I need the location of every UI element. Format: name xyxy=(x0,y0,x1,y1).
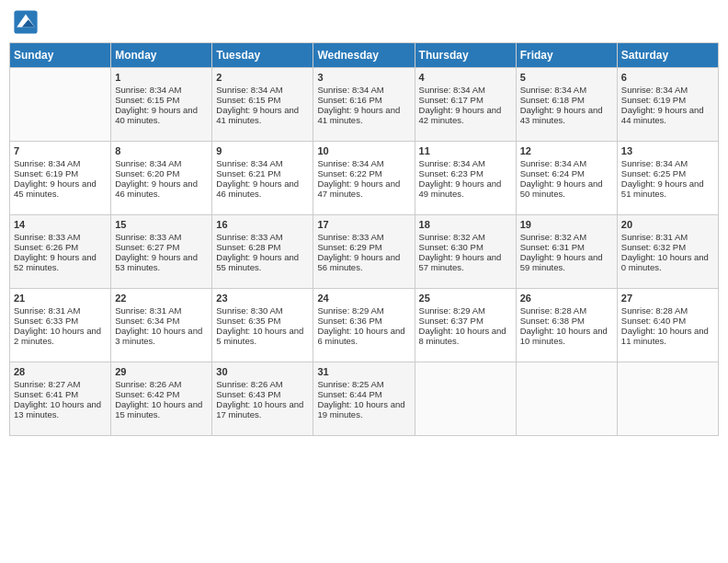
daylight-text: Daylight: 9 hours and 42 minutes. xyxy=(419,105,512,125)
calendar-cell: 15Sunrise: 8:33 AMSunset: 6:27 PMDayligh… xyxy=(111,215,212,289)
daylight-text: Daylight: 9 hours and 59 minutes. xyxy=(520,252,613,272)
calendar-cell: 11Sunrise: 8:34 AMSunset: 6:23 PMDayligh… xyxy=(415,142,516,215)
sunset-text: Sunset: 6:33 PM xyxy=(14,316,107,326)
calendar-cell: 3Sunrise: 8:34 AMSunset: 6:16 PMDaylight… xyxy=(313,68,415,142)
calendar-cell: 18Sunrise: 8:32 AMSunset: 6:30 PMDayligh… xyxy=(415,215,516,289)
day-number: 8 xyxy=(115,145,208,156)
sunrise-text: Sunrise: 8:28 AM xyxy=(621,305,714,316)
sunset-text: Sunset: 6:18 PM xyxy=(520,95,613,105)
day-number: 3 xyxy=(317,72,410,83)
calendar-cell xyxy=(516,362,617,436)
calendar-cell: 7Sunrise: 8:34 AMSunset: 6:19 PMDaylight… xyxy=(10,142,111,215)
sunset-text: Sunset: 6:24 PM xyxy=(520,168,613,178)
calendar-cell: 21Sunrise: 8:31 AMSunset: 6:33 PMDayligh… xyxy=(10,289,111,362)
daylight-text: Daylight: 10 hours and 3 minutes. xyxy=(115,326,208,346)
sunrise-text: Sunrise: 8:34 AM xyxy=(621,85,714,95)
daylight-text: Daylight: 9 hours and 57 minutes. xyxy=(419,252,512,272)
daylight-text: Daylight: 9 hours and 46 minutes. xyxy=(216,178,309,199)
daylight-text: Daylight: 9 hours and 41 minutes. xyxy=(216,105,309,125)
day-number: 13 xyxy=(621,145,714,156)
sunrise-text: Sunrise: 8:34 AM xyxy=(317,85,410,95)
day-number: 18 xyxy=(419,219,512,230)
daylight-text: Daylight: 10 hours and 11 minutes. xyxy=(621,326,714,346)
daylight-text: Daylight: 9 hours and 45 minutes. xyxy=(14,178,107,199)
day-number: 4 xyxy=(419,72,512,83)
sunset-text: Sunset: 6:29 PM xyxy=(317,242,410,252)
sunrise-text: Sunrise: 8:31 AM xyxy=(14,305,107,316)
sunrise-text: Sunrise: 8:30 AM xyxy=(216,305,309,316)
sunrise-text: Sunrise: 8:34 AM xyxy=(14,158,107,168)
day-number: 15 xyxy=(115,219,208,230)
calendar-cell: 28Sunrise: 8:27 AMSunset: 6:41 PMDayligh… xyxy=(10,362,111,436)
sunset-text: Sunset: 6:44 PM xyxy=(317,389,410,399)
sunset-text: Sunset: 6:27 PM xyxy=(115,242,208,252)
daylight-text: Daylight: 9 hours and 51 minutes. xyxy=(621,178,714,199)
sunrise-text: Sunrise: 8:29 AM xyxy=(419,305,512,316)
calendar-cell: 13Sunrise: 8:34 AMSunset: 6:25 PMDayligh… xyxy=(617,142,718,215)
sunset-text: Sunset: 6:28 PM xyxy=(216,242,309,252)
day-number: 28 xyxy=(14,366,107,377)
daylight-text: Daylight: 10 hours and 15 minutes. xyxy=(115,399,208,419)
header-row: SundayMondayTuesdayWednesdayThursdayFrid… xyxy=(10,43,719,68)
day-number: 14 xyxy=(14,219,107,230)
calendar-cell: 17Sunrise: 8:33 AMSunset: 6:29 PMDayligh… xyxy=(313,215,415,289)
daylight-text: Daylight: 9 hours and 55 minutes. xyxy=(216,252,309,272)
calendar-cell: 8Sunrise: 8:34 AMSunset: 6:20 PMDaylight… xyxy=(111,142,212,215)
sunset-text: Sunset: 6:35 PM xyxy=(216,316,309,326)
sunset-text: Sunset: 6:34 PM xyxy=(115,316,208,326)
sunrise-text: Sunrise: 8:26 AM xyxy=(216,379,309,389)
daylight-text: Daylight: 10 hours and 10 minutes. xyxy=(520,326,613,346)
sunset-text: Sunset: 6:26 PM xyxy=(14,242,107,252)
sunset-text: Sunset: 6:43 PM xyxy=(216,389,309,399)
day-number: 29 xyxy=(115,366,208,377)
calendar-cell: 31Sunrise: 8:25 AMSunset: 6:44 PMDayligh… xyxy=(313,362,415,436)
sunrise-text: Sunrise: 8:31 AM xyxy=(115,305,208,316)
sunset-text: Sunset: 6:32 PM xyxy=(621,242,714,252)
daylight-text: Daylight: 9 hours and 44 minutes. xyxy=(621,105,714,125)
day-number: 20 xyxy=(621,219,714,230)
day-number: 26 xyxy=(520,293,613,304)
calendar-cell: 25Sunrise: 8:29 AMSunset: 6:37 PMDayligh… xyxy=(415,289,516,362)
daylight-text: Daylight: 9 hours and 50 minutes. xyxy=(520,178,613,199)
sunset-text: Sunset: 6:38 PM xyxy=(520,316,613,326)
calendar-cell: 19Sunrise: 8:32 AMSunset: 6:31 PMDayligh… xyxy=(516,215,617,289)
week-row-4: 21Sunrise: 8:31 AMSunset: 6:33 PMDayligh… xyxy=(10,289,719,362)
day-number: 31 xyxy=(317,366,410,377)
calendar-cell xyxy=(10,68,111,142)
calendar-cell: 16Sunrise: 8:33 AMSunset: 6:28 PMDayligh… xyxy=(212,215,313,289)
sunset-text: Sunset: 6:20 PM xyxy=(115,168,208,178)
sunrise-text: Sunrise: 8:29 AM xyxy=(317,305,410,316)
sunrise-text: Sunrise: 8:33 AM xyxy=(317,232,410,242)
daylight-text: Daylight: 9 hours and 53 minutes. xyxy=(115,252,208,272)
calendar-cell: 4Sunrise: 8:34 AMSunset: 6:17 PMDaylight… xyxy=(415,68,516,142)
calendar-cell: 6Sunrise: 8:34 AMSunset: 6:19 PMDaylight… xyxy=(617,68,718,142)
calendar-cell: 14Sunrise: 8:33 AMSunset: 6:26 PMDayligh… xyxy=(10,215,111,289)
calendar-cell: 30Sunrise: 8:26 AMSunset: 6:43 PMDayligh… xyxy=(212,362,313,436)
sunrise-text: Sunrise: 8:32 AM xyxy=(520,232,613,242)
calendar-cell: 12Sunrise: 8:34 AMSunset: 6:24 PMDayligh… xyxy=(516,142,617,215)
day-number: 17 xyxy=(317,219,410,230)
day-number: 2 xyxy=(216,72,309,83)
week-row-3: 14Sunrise: 8:33 AMSunset: 6:26 PMDayligh… xyxy=(10,215,719,289)
week-row-2: 7Sunrise: 8:34 AMSunset: 6:19 PMDaylight… xyxy=(10,142,719,215)
sunrise-text: Sunrise: 8:34 AM xyxy=(419,85,512,95)
daylight-text: Daylight: 9 hours and 56 minutes. xyxy=(317,252,410,272)
day-number: 24 xyxy=(317,293,410,304)
sunrise-text: Sunrise: 8:33 AM xyxy=(115,232,208,242)
col-header-friday: Friday xyxy=(516,43,617,68)
col-header-tuesday: Tuesday xyxy=(212,43,313,68)
daylight-text: Daylight: 10 hours and 19 minutes. xyxy=(317,399,410,419)
page-header xyxy=(9,9,719,35)
day-number: 9 xyxy=(216,145,309,156)
day-number: 19 xyxy=(520,219,613,230)
day-number: 11 xyxy=(419,145,512,156)
sunset-text: Sunset: 6:25 PM xyxy=(621,168,714,178)
calendar-cell xyxy=(617,362,718,436)
sunset-text: Sunset: 6:15 PM xyxy=(216,95,309,105)
sunrise-text: Sunrise: 8:26 AM xyxy=(115,379,208,389)
col-header-thursday: Thursday xyxy=(415,43,516,68)
daylight-text: Daylight: 9 hours and 43 minutes. xyxy=(520,105,613,125)
sunrise-text: Sunrise: 8:33 AM xyxy=(14,232,107,242)
sunset-text: Sunset: 6:17 PM xyxy=(419,95,512,105)
sunset-text: Sunset: 6:22 PM xyxy=(317,168,410,178)
